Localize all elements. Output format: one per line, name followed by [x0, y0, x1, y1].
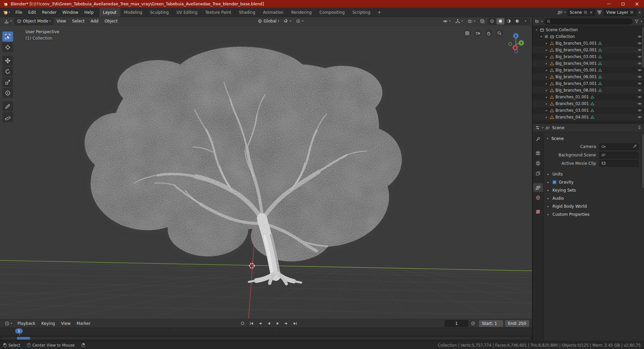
overlays-dropdown[interactable]: ▾	[466, 18, 477, 25]
chevron-down-icon[interactable]: ▾	[641, 20, 642, 23]
gizmo-z-ball[interactable]: Z	[513, 33, 519, 39]
measure-tool[interactable]	[2, 112, 13, 122]
disclosure-collapsed-icon[interactable]: ▸	[545, 89, 548, 92]
tab-texture-properties[interactable]	[533, 207, 543, 216]
menu-edit[interactable]: Edit	[25, 8, 39, 17]
object-name[interactable]: Big_branches_06.001	[555, 74, 597, 79]
shading-dropdown[interactable]: ▾	[522, 18, 530, 24]
scene-panel-header[interactable]: ▾ Scene	[546, 135, 641, 142]
menu-help[interactable]: Help	[81, 8, 96, 17]
collection-label[interactable]: Collection	[556, 34, 575, 39]
gizmo-neg-y-ball[interactable]	[509, 43, 512, 46]
object-name[interactable]: Branches_04.001	[555, 115, 589, 119]
frame-end-field[interactable]: End: 250	[505, 320, 529, 327]
outliner-object-row[interactable]: ▸ Big_branches_06.001	[533, 73, 644, 80]
outliner-object-row[interactable]: ▸ Branches_03.001	[533, 107, 644, 114]
object-name[interactable]: Big_branches_02.001	[555, 48, 597, 52]
disclosure-collapsed-icon[interactable]: ▸	[545, 109, 548, 112]
outliner-object-row[interactable]: ▸ Branches_02.001	[533, 100, 644, 107]
perspective-grid-icon[interactable]	[464, 30, 471, 37]
navigation-gizmo[interactable]: Z Y X	[508, 32, 524, 54]
outliner-object-row[interactable]: ▸ Big_branches_02.001	[533, 47, 644, 53]
object-visibility-dropdown[interactable]: ▾	[441, 18, 452, 25]
visibility-eye-icon[interactable]	[637, 48, 642, 52]
outliner-scrollbar[interactable]	[642, 27, 644, 67]
tab-texture-paint[interactable]: Texture Paint	[202, 8, 235, 17]
visibility-eye-icon[interactable]	[637, 74, 642, 79]
tab-world-properties[interactable]	[533, 193, 543, 202]
outliner-editor-icon[interactable]	[535, 19, 540, 24]
tab-view-layer-properties[interactable]	[533, 169, 543, 178]
tab-scene-properties[interactable]	[533, 183, 543, 192]
tab-layout[interactable]: Layout	[99, 8, 120, 17]
shading-rendered-button[interactable]	[513, 18, 521, 24]
scene-icon[interactable]	[557, 10, 563, 15]
tab-compositing[interactable]: Compositing	[316, 8, 348, 17]
transform-orientation-selector[interactable]: Global ▾	[256, 18, 281, 25]
xray-toggle[interactable]	[478, 18, 487, 25]
outliner-object-row[interactable]: ▸ Big_branches_03.001	[533, 53, 644, 60]
scale-tool[interactable]	[2, 77, 13, 87]
object-name[interactable]: Branches_03.001	[555, 108, 589, 113]
snap-toggle[interactable]: ▾	[282, 18, 293, 25]
select-box-tool[interactable]	[2, 32, 13, 42]
menu-add[interactable]: Add	[88, 18, 101, 25]
object-name[interactable]: Branches_01.001	[555, 95, 589, 99]
camera-field[interactable]	[599, 143, 639, 150]
gravity-checkbox[interactable]: ✓	[552, 180, 556, 184]
section-units[interactable]: ▸ Units	[546, 170, 641, 178]
section-custom-properties[interactable]: ▸ Custom Properties	[546, 210, 641, 218]
add-workspace-button[interactable]: +	[374, 8, 384, 17]
disclosure-collapsed-icon[interactable]: ▸	[545, 48, 548, 52]
view-layer-icon[interactable]	[597, 10, 602, 15]
object-name[interactable]: Big_branches_08.001	[555, 88, 597, 93]
frame-start-field[interactable]: Start: 1	[479, 320, 503, 327]
new-scene-icon[interactable]	[584, 10, 588, 14]
object-name[interactable]: Branches_02.001	[555, 101, 589, 106]
pin-icon[interactable]	[637, 126, 642, 130]
proportional-editing-toggle[interactable]: ▾	[294, 18, 305, 25]
tab-animation[interactable]: Animation	[259, 8, 287, 17]
tab-sculpting[interactable]: Sculpting	[146, 8, 173, 17]
jump-to-start-button[interactable]	[248, 320, 256, 327]
minimize-button[interactable]	[602, 0, 616, 8]
tab-output-properties[interactable]	[533, 159, 543, 168]
section-gravity[interactable]: ▸ ✓ Gravity	[546, 178, 641, 186]
visibility-eye-icon[interactable]	[637, 81, 642, 86]
cursor-tool[interactable]	[2, 42, 13, 52]
menu-view[interactable]: View	[54, 18, 69, 25]
visibility-eye-icon[interactable]	[637, 108, 642, 113]
scene-collection-row[interactable]: ▾ Scene Collection	[533, 27, 644, 33]
auto-keying-record-button[interactable]	[239, 320, 247, 327]
collection-checkbox[interactable]: ✓	[544, 35, 548, 39]
disclosure-collapsed-icon[interactable]: ▸	[545, 102, 548, 105]
section-audio[interactable]: ▸ Audio	[546, 194, 641, 202]
tab-shading[interactable]: Shading	[235, 8, 259, 17]
outliner-object-row[interactable]: ▸ Branches_04.001	[533, 114, 644, 120]
move-tool[interactable]	[2, 56, 13, 66]
disclosure-collapsed-icon[interactable]: ▸	[545, 82, 548, 85]
tab-render-properties[interactable]	[533, 149, 543, 158]
outliner-object-row[interactable]: ▸ Big_branches_07.001	[533, 80, 644, 87]
previous-keyframe-button[interactable]	[256, 320, 264, 327]
scene-collection-label[interactable]: Scene Collection	[546, 28, 578, 32]
visibility-eye-icon[interactable]	[637, 41, 642, 46]
outliner-object-row[interactable]: ▸ Branches_01.001	[533, 94, 644, 100]
disclosure-collapsed-icon[interactable]: ▸	[545, 55, 548, 58]
new-view-layer-icon[interactable]	[630, 10, 634, 14]
shading-solid-button[interactable]	[496, 18, 504, 24]
editor-type-button[interactable]: ▾	[2, 18, 14, 25]
menu-view-timeline[interactable]: View	[58, 321, 73, 326]
visibility-eye-icon[interactable]	[637, 115, 642, 119]
gizmo-y-ball[interactable]: Y	[519, 40, 524, 46]
view-layer-selector[interactable]: View Layer	[604, 9, 636, 16]
transform-tool[interactable]	[2, 88, 13, 98]
object-name[interactable]: Big_branches_05.001	[555, 68, 597, 72]
chevron-down-icon[interactable]: ▾	[565, 11, 566, 14]
disclosure-collapsed-icon[interactable]: ▸	[545, 62, 548, 65]
menu-window[interactable]: Window	[59, 8, 81, 17]
rotate-tool[interactable]	[2, 66, 13, 77]
timeline-scrollbar[interactable]	[0, 336, 532, 341]
section-rigid-body-world[interactable]: ▸ Rigid Body World	[546, 202, 641, 210]
gizmo-x-ball[interactable]: X	[513, 45, 518, 50]
